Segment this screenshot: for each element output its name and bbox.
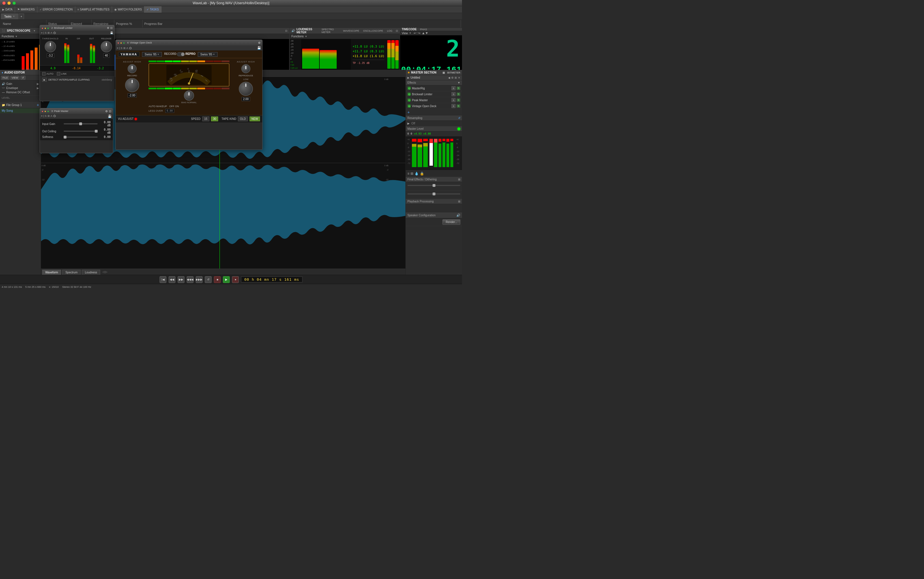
loudness-expand[interactable]: ⊡	[396, 29, 398, 32]
peak-master-titlebar[interactable]: ● ● ● 3: Peak Master ⚙ ⊡	[40, 108, 113, 114]
effect-brickwall[interactable]: ⏻ Brickwall Limiter S 5	[406, 91, 462, 97]
input-gain-slider[interactable]	[64, 123, 98, 124]
toolbar-tasks[interactable]: ✓TASKS	[144, 6, 161, 13]
brickwall-settings-icon[interactable]: ⚙	[107, 26, 109, 29]
scroll-waveform-left[interactable]: ◁	[102, 270, 105, 273]
waveform-tab[interactable]: Waveform	[42, 270, 61, 275]
loudness-tab[interactable]: Loudness	[82, 270, 100, 275]
effect-solo-masterrig[interactable]: S	[452, 86, 455, 90]
meter-icon-2[interactable]: ⊞	[411, 172, 413, 175]
ae-dc-offset-item[interactable]: — Remove DC Offset	[2, 90, 39, 95]
meter-icon-3[interactable]: 💧	[414, 172, 419, 175]
effect-solo-peakmaster[interactable]: S	[452, 98, 455, 102]
toolbar-data[interactable]: ▶DATA	[0, 6, 15, 13]
tape-new-btn[interactable]: NEW	[249, 116, 260, 121]
zoom-light[interactable]	[12, 2, 16, 5]
meter-icon-1[interactable]: ≡	[407, 172, 410, 175]
auto-checkbox[interactable]	[42, 72, 46, 75]
vintage-deck-titlebar[interactable]: ● ● ● 4: Vintage Open Deck ⚙	[116, 40, 262, 46]
vintage-tool1[interactable]: ≡	[117, 47, 118, 49]
add-file-btn[interactable]: +	[37, 103, 39, 107]
minimize-light[interactable]	[7, 2, 11, 5]
ae-refresh-btn[interactable]: ↺	[20, 76, 25, 80]
softness-slider[interactable]	[64, 137, 98, 138]
peak-tool3[interactable]: S	[45, 114, 47, 118]
my-song-tab[interactable]: My Song	[0, 108, 41, 113]
vintage-close[interactable]: ●	[117, 41, 119, 44]
link-label[interactable]: LINK	[57, 72, 67, 75]
threshold-knob[interactable]	[45, 41, 56, 52]
toolbar-markers[interactable]: ⚑MARKERS	[15, 6, 37, 13]
render-button[interactable]: Render...	[442, 219, 460, 225]
mode-toggle[interactable]	[177, 52, 185, 56]
repro-adjust-knob[interactable]	[241, 64, 251, 73]
tape-old-btn[interactable]: OLD	[238, 116, 248, 121]
transport-rewind[interactable]: ◀◀◀	[187, 276, 193, 283]
tasks-tab[interactable]: Tasks ✕	[1, 13, 18, 19]
transport-record[interactable]: ●	[232, 276, 239, 283]
auto-label[interactable]: AUTO	[42, 72, 54, 75]
preset2-selector[interactable]: Swiss '85 ▼	[198, 52, 218, 57]
spectrum-tab[interactable]: Spectrum	[62, 270, 80, 275]
vintage-tool3[interactable]: S	[121, 47, 123, 49]
vintage-tool2[interactable]: |	[119, 47, 120, 49]
speed-15-btn[interactable]: 15	[202, 116, 210, 121]
playback-settings[interactable]: ⊞	[458, 200, 460, 203]
detect-btn[interactable]: ▶	[42, 78, 47, 82]
effect-power-peakmaster[interactable]: ⏻	[407, 98, 411, 102]
add-tab[interactable]: +	[19, 13, 25, 19]
toolbar-sample-attributes[interactable]: ≡SAMPLE ATTRIBUTES	[75, 6, 112, 13]
brickwall-tool5[interactable]: A	[51, 31, 52, 34]
vintage-tool4[interactable]: ⊞	[123, 47, 126, 49]
out-ceiling-slider[interactable]	[64, 131, 98, 132]
ae-file-btn[interactable]: FILE	[1, 76, 9, 80]
ae-gain-item[interactable]: 🔊 Gain ▶	[2, 82, 39, 86]
peak-tool1[interactable]: ≡	[41, 114, 43, 118]
repro-main-knob[interactable]	[239, 82, 253, 96]
transport-stop[interactable]: ■	[214, 276, 221, 283]
effect-solo-brickwall[interactable]: S	[452, 92, 455, 96]
link-checkbox[interactable]	[57, 72, 60, 75]
effects-expand-btn[interactable]: ▼	[457, 81, 460, 84]
peak-tool2[interactable]: |	[43, 114, 44, 118]
brickwall-save-icon[interactable]: 💾	[110, 31, 113, 34]
toolbar-error-correction[interactable]: ✓ERROR CORRECTION	[37, 6, 75, 13]
speed-30-btn[interactable]: 30	[211, 116, 218, 121]
transport-next[interactable]: ▶▶	[178, 276, 185, 283]
bias-knob[interactable]	[184, 90, 194, 101]
add-effect-btn[interactable]: +	[407, 110, 410, 114]
peak-tool5[interactable]: A	[51, 114, 52, 118]
peak-tool4[interactable]: ⊞	[48, 114, 50, 118]
brickwall-tool4[interactable]: ⊞	[48, 31, 50, 34]
effect-power-brickwall[interactable]: ⏻	[407, 92, 411, 96]
effect-masterrig[interactable]: ⏻ MasterRig S 5	[406, 85, 462, 91]
effect-power-vintage[interactable]: ⏻	[407, 104, 411, 108]
vintage-tool6[interactable]: ⏻	[129, 47, 131, 49]
ae-view-btn[interactable]: VIEW	[10, 76, 20, 80]
final-effects-settings[interactable]: ⊞	[458, 178, 460, 181]
brickwall-tool2[interactable]: |	[43, 31, 44, 34]
vintage-tool5[interactable]: A	[126, 47, 128, 49]
transport-play[interactable]: ▶	[223, 276, 230, 283]
peak-tool6[interactable]: ⏻	[53, 114, 56, 118]
close-light[interactable]	[2, 2, 6, 5]
resampling-expand[interactable]: ↺	[458, 116, 460, 119]
record-adjust-knob[interactable]	[128, 64, 137, 73]
spectro-expand[interactable]: ⊡	[285, 29, 287, 32]
preset1-selector[interactable]: Swiss '85 ▼	[142, 52, 162, 57]
preset-selector[interactable]: ▶ Untitled ◀ ⚙ ⊞ ✕	[406, 75, 462, 80]
scroll-waveform-right[interactable]: ▷	[105, 270, 108, 273]
record-main-knob[interactable]	[125, 78, 139, 92]
transport-ff[interactable]: ▶▶▶	[196, 276, 203, 283]
ae-envelope-item[interactable]: 〰 Envelope ▶	[2, 86, 39, 90]
final-effects-slider2[interactable]	[407, 193, 460, 195]
effect-solo-vintage[interactable]: S	[452, 104, 455, 108]
toolbar-watch-folders[interactable]: ◉WATCH FOLDERS	[112, 6, 144, 13]
transport-to-start[interactable]: |◀	[160, 276, 166, 283]
brickwall-titlebar[interactable]: ● ● ● 2: Brickwall Limiter ⚙ ⊡	[40, 25, 114, 31]
effect-power-masterrig[interactable]: ⏻	[407, 87, 411, 90]
brickwall-tool3[interactable]: S	[45, 31, 47, 34]
transport-prev[interactable]: ◀◀	[169, 276, 175, 283]
effect-peak-master[interactable]: ⏻ Peak Master S 5	[406, 97, 462, 103]
brickwall-tool1[interactable]: ≡	[41, 31, 43, 34]
